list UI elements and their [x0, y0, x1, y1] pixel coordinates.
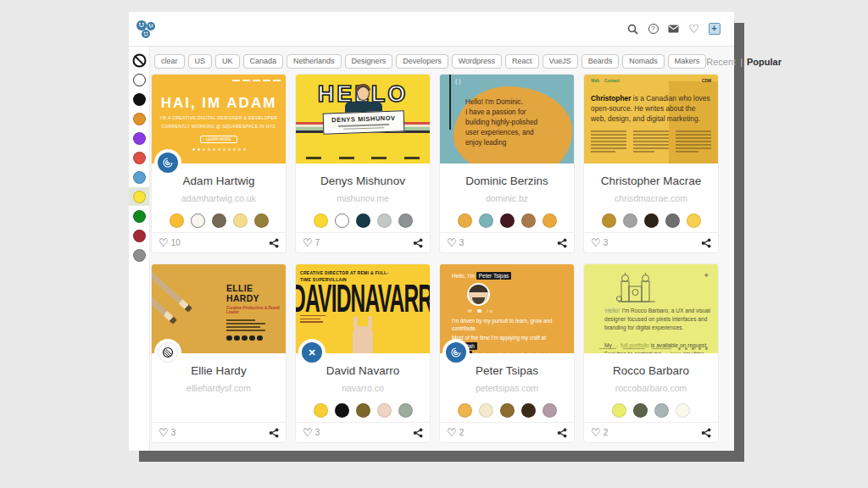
tag-canada[interactable]: Canada [243, 54, 284, 69]
help-icon[interactable]: ? [647, 23, 659, 36]
avatar [467, 283, 490, 306]
featured-badge-icon: ✕ [302, 342, 322, 363]
like-button[interactable]: ♡10 [159, 237, 181, 248]
palette-dot [521, 214, 536, 228]
palette-dot [212, 214, 226, 228]
heart-icon: ♡ [591, 237, 601, 248]
portfolio-name: Rocco Barbaro [584, 364, 718, 377]
color-filter-blue[interactable] [129, 168, 149, 186]
palette-dot [676, 403, 690, 418]
site-thumbnail[interactable]: CREATIVE DIRECTOR AT REMI & FULL-TIME SU… [296, 264, 430, 353]
color-filter-white[interactable] [129, 70, 149, 89]
site-logo-icon[interactable] [134, 16, 159, 42]
share-button[interactable] [701, 428, 711, 438]
color-palette [296, 214, 430, 228]
color-filter-orange[interactable] [129, 109, 149, 128]
color-filter-maroon[interactable] [129, 226, 149, 245]
share-button[interactable] [557, 238, 567, 248]
tag-nomads[interactable]: Nomads [622, 54, 665, 69]
site-thumbnail[interactable]: ✦ Hello! I'm Rocco Barbaro, a UX and vis… [584, 264, 718, 353]
palette-dot [314, 214, 328, 228]
color-filter-black[interactable] [129, 90, 149, 108]
like-button[interactable]: ♡3 [591, 237, 608, 248]
card-peter-tsipas: Hello, I'm Peter Tsipas ✉ ☎ in I'm drive… [439, 263, 575, 443]
nav-link: Web [591, 79, 599, 83]
favorites-heart-icon[interactable]: ♡ [687, 23, 700, 36]
share-button[interactable] [269, 428, 279, 438]
color-filter-green[interactable] [129, 207, 149, 225]
ban-icon [132, 53, 147, 68]
add-submit-icon[interactable]: + [708, 23, 721, 36]
tag-beards[interactable]: Beards [581, 54, 620, 69]
portfolio-url: chrisdmacrae.com [584, 193, 718, 203]
like-button[interactable]: ♡2 [447, 427, 464, 438]
portfolio-url: dominic.bz [440, 193, 574, 203]
color-filter-purple[interactable] [129, 129, 149, 147]
color-filter-none[interactable] [129, 51, 149, 69]
tag-wordpress[interactable]: Wordpress [452, 54, 502, 69]
site-thumbnail[interactable]: ELLIE HARDY Creative Production & Brand … [152, 264, 286, 353]
tag-designers[interactable]: Designers [345, 54, 393, 69]
like-count: 3 [171, 428, 176, 437]
palette-dot [314, 403, 328, 418]
like-count: 3 [459, 238, 465, 247]
portfolio-name: David Navarro [296, 364, 430, 377]
card-rocco-barbaro: ✦ Hello! I'm Rocco Barbaro, a UX and vis… [583, 263, 719, 443]
color-filter-sidebar [129, 47, 150, 451]
card-footer: ♡2 [440, 422, 574, 442]
sort-recent[interactable]: Recent [706, 57, 736, 67]
palette-dot [170, 214, 184, 228]
portfolio-url: mishunov.me [296, 193, 430, 203]
text-line-bar [344, 127, 384, 130]
tag-react[interactable]: React [505, 54, 539, 69]
palette-dot [521, 403, 536, 418]
site-thumbnail[interactable]: HELLO DENYS MISHUNOV [296, 75, 430, 164]
card-footer: ♡3 [440, 232, 574, 252]
topbar-actions: ? ♡ + [626, 23, 721, 36]
yellow-swatch [133, 191, 146, 203]
share-button[interactable] [557, 428, 567, 438]
thumb-title: ELLIE HARDY [226, 283, 286, 303]
tag-uk[interactable]: UK [215, 54, 240, 69]
tag-developers[interactable]: Developers [396, 54, 448, 69]
tag-makers[interactable]: Makers [668, 54, 707, 69]
tag-netherlands[interactable]: Netherlands [287, 54, 342, 69]
mail-icon[interactable] [667, 23, 680, 36]
color-filter-gray[interactable] [129, 246, 149, 264]
thumb-subtitle: I'M A CREATIVE DIGITAL DESIGNER & DEVELO… [152, 115, 286, 120]
like-button[interactable]: ♡7 [303, 237, 320, 248]
app-window: ? ♡ + cl [129, 12, 734, 451]
color-filter-red[interactable] [129, 148, 149, 167]
site-thumbnail[interactable]: ( ) Hello! I'm Dominic. I have a passion… [440, 75, 574, 164]
site-thumbnail[interactable]: HAI, IM ADAM I'M A CREATIVE DIGITAL DESI… [152, 75, 286, 164]
share-button[interactable] [701, 238, 711, 248]
thumb-greeting: Hello, I'm Peter Tsipas [452, 273, 511, 279]
share-button[interactable] [269, 238, 279, 248]
share-button[interactable] [413, 238, 423, 248]
tag-us[interactable]: US [188, 54, 213, 69]
share-button[interactable] [413, 428, 423, 438]
like-button[interactable]: ♡3 [159, 427, 175, 438]
like-button[interactable]: ♡2 [591, 427, 608, 438]
search-icon[interactable] [626, 23, 639, 36]
thumb-paragraph: Most of the time I'm applying my craft a… [452, 334, 570, 353]
blob-text: enjoy leading [465, 138, 572, 148]
p-text: I'm driven by my pursuit to learn, grow … [452, 318, 552, 324]
like-button[interactable]: ♡3 [303, 427, 320, 438]
palette-dot [633, 403, 648, 418]
p-text: I'm Rocco Barbaro, a UX and visual [620, 308, 710, 313]
heart-icon: ♡ [447, 427, 457, 438]
maroon-swatch [133, 230, 146, 242]
portfolio-name: Peter Tsipas [440, 364, 574, 377]
site-thumbnail[interactable]: Hello, I'm Peter Tsipas ✉ ☎ in I'm drive… [440, 264, 574, 353]
sort-popular-active[interactable]: Popular [747, 57, 782, 67]
site-thumbnail[interactable]: Web Contact CDM Christopher is a Canadia… [584, 75, 718, 164]
thumb-heading: Christopher is a Canadian who loves open… [591, 93, 711, 125]
tag-clear[interactable]: clear [154, 54, 185, 69]
color-filter-yellow-selected[interactable] [129, 187, 149, 206]
tag-vuejs[interactable]: VueJS [542, 54, 578, 69]
palette-dot [644, 214, 659, 228]
text-columns-decor [591, 130, 711, 154]
like-button[interactable]: ♡3 [447, 237, 464, 248]
thumb-paragraph: I'm driven by my pursuit to learn, grow … [452, 317, 552, 333]
